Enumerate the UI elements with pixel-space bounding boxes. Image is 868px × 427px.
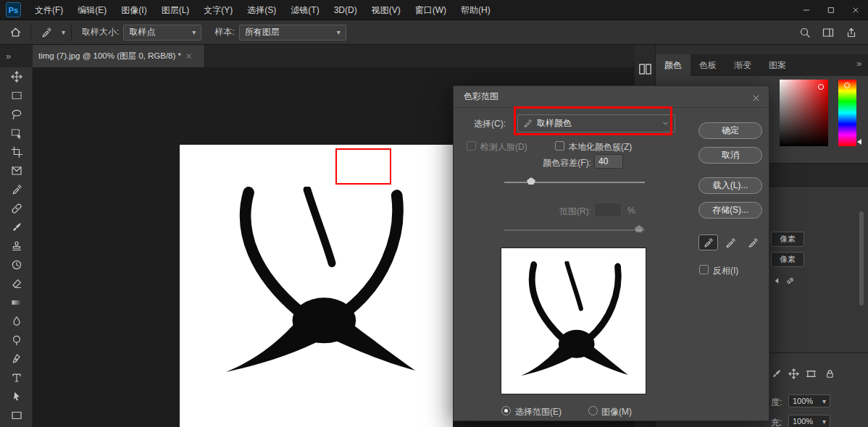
panel-tab-3[interactable]: 渐变 (725, 54, 760, 76)
shape-tool-icon[interactable] (0, 406, 33, 425)
eyedropper-subtract-icon[interactable] (743, 234, 763, 250)
eraser-tool-icon[interactable] (0, 274, 33, 293)
width-unit-field[interactable]: 像素 (771, 232, 804, 247)
tab-close-icon[interactable] (185, 53, 192, 59)
search-icon[interactable] (796, 23, 814, 42)
panel-tab-4[interactable]: 图案 (760, 54, 795, 76)
photoshop-window: Ps 文件(F)编辑(E)图像(I)图层(L)文字(Y)选择(S)滤镜(T)3D… (0, 0, 868, 427)
menu-bar: 文件(F)编辑(E)图像(I)图层(L)文字(Y)选择(S)滤镜(T)3D(D)… (28, 0, 498, 20)
link-icon[interactable] (785, 276, 796, 286)
close-icon[interactable] (843, 0, 868, 20)
menu-item[interactable]: 滤镜(T) (283, 0, 326, 20)
eyedropper-sample-icon[interactable] (698, 234, 718, 250)
lock-position-icon[interactable] (787, 367, 800, 380)
black-tree-shape (225, 187, 417, 376)
marquee-tool-icon[interactable] (0, 86, 33, 105)
menu-item[interactable]: 文字(Y) (196, 0, 240, 20)
hue-slider[interactable] (838, 80, 856, 146)
lock-transparent-icon[interactable] (769, 367, 783, 380)
blur-tool-icon[interactable] (0, 312, 33, 331)
healing-brush-tool-icon[interactable] (0, 199, 33, 218)
active-tool-chevron-icon[interactable]: ▾ (62, 28, 65, 36)
menu-item[interactable]: 图像(I) (114, 0, 154, 20)
menu-item[interactable]: 帮助(H) (454, 0, 498, 20)
opacity-value-field[interactable]: 100% ▾ (788, 394, 830, 407)
document-tab-bar: » timg (7).jpg @ 100% (图层 0, RGB/8) * (0, 45, 635, 67)
invert-checkbox[interactable] (699, 265, 709, 274)
color-range-dialog: 色彩范围 选择(C): 取样颜色 检测人脸(D) 本地化颜色簇(Z) 颜色容差(… (453, 85, 769, 421)
detect-faces-checkbox[interactable] (467, 141, 476, 151)
crop-tool-icon[interactable] (0, 143, 33, 161)
sample-size-select[interactable]: 取样点 ▾ (123, 25, 201, 41)
load-button[interactable]: 载入(L)... (698, 177, 762, 194)
fill-value-field[interactable]: 100% ▾ (788, 415, 830, 427)
move-tool-icon[interactable] (0, 67, 33, 86)
dialog-close-icon[interactable] (748, 90, 763, 105)
divider (71, 25, 72, 41)
detect-faces-label: 检测人脸(D) (480, 141, 527, 153)
sample-select[interactable]: 所有图层 ▾ (239, 25, 346, 41)
dialog-title: 色彩范围 (464, 90, 498, 103)
eyedropper-tool-icon[interactable] (0, 180, 33, 199)
color-field-marker[interactable] (818, 84, 824, 90)
fuzziness-slider-track[interactable] (504, 182, 645, 183)
fuzziness-slider-thumb[interactable] (527, 177, 535, 185)
document-tab[interactable]: timg (7).jpg @ 100% (图层 0, RGB/8) * (33, 45, 205, 67)
hue-marker[interactable] (844, 83, 850, 88)
lasso-tool-icon[interactable] (0, 105, 33, 124)
select-label: 选择(C): (474, 118, 506, 130)
gradient-tool-icon[interactable] (0, 293, 33, 312)
save-button[interactable]: 存储(S)... (698, 202, 762, 219)
menu-item[interactable]: 选择(S) (240, 0, 283, 20)
panel-group-icon[interactable] (638, 62, 652, 76)
fill-label: 充: (771, 417, 782, 427)
maximize-icon[interactable] (819, 0, 843, 20)
panel-tab-2[interactable]: 色板 (690, 54, 725, 76)
panel-tab-1[interactable]: 颜色 (656, 54, 690, 76)
photoshop-logo: Ps (6, 2, 21, 17)
dialog-title-bar[interactable]: 色彩范围 (454, 86, 769, 108)
fuzziness-input[interactable]: 40 (594, 154, 623, 169)
menu-item[interactable]: 文件(F) (28, 0, 70, 20)
localized-clusters-checkbox[interactable] (555, 141, 564, 151)
frame-tool-icon[interactable] (0, 161, 33, 180)
workspace-layout-icon[interactable] (819, 23, 838, 42)
cancel-button[interactable]: 取消 (698, 147, 762, 164)
clone-stamp-tool-icon[interactable] (0, 237, 33, 255)
selection-radio[interactable] (501, 406, 511, 415)
height-unit-field[interactable]: 像素 (771, 252, 804, 267)
chevron-down-icon: ▾ (822, 397, 826, 405)
lock-all-icon[interactable] (823, 367, 836, 380)
type-tool-icon[interactable] (0, 368, 33, 387)
history-brush-tool-icon[interactable] (0, 255, 33, 274)
menu-item[interactable]: 窗口(W) (408, 0, 454, 20)
share-icon[interactable] (842, 23, 861, 42)
menu-item[interactable]: 3D(D) (327, 0, 364, 20)
image-radio[interactable] (588, 406, 598, 415)
eyedropper-add-icon[interactable] (721, 234, 740, 250)
range-slider-thumb (635, 225, 643, 232)
brush-tool-icon[interactable] (0, 218, 33, 237)
dodge-tool-icon[interactable] (0, 331, 33, 350)
path-select-tool-icon[interactable] (0, 387, 33, 406)
toolbar-collapse-icon[interactable]: » (6, 51, 11, 62)
home-icon[interactable] (6, 23, 25, 42)
ok-button[interactable]: 确定 (698, 122, 762, 139)
hue-arrow-icon[interactable] (857, 139, 861, 145)
document-image[interactable] (180, 145, 453, 427)
menu-item[interactable]: 编辑(E) (70, 0, 114, 20)
flip-triangle-icon[interactable] (772, 276, 781, 285)
menu-item[interactable]: 图层(L) (154, 0, 197, 20)
sample-size-value: 取样点 (129, 26, 155, 38)
lock-artboard-icon[interactable] (804, 367, 817, 380)
menu-item[interactable]: 视图(V) (364, 0, 408, 20)
panel-menu-chevron-icon[interactable]: » (856, 58, 861, 69)
sample-value: 所有图层 (245, 26, 280, 38)
object-selection-tool-icon[interactable] (0, 124, 33, 143)
image-radio-label: 图像(M) (601, 406, 632, 418)
pen-tool-icon[interactable] (0, 350, 33, 368)
minimize-icon[interactable] (794, 0, 819, 20)
panel-scrollbar[interactable] (859, 211, 864, 305)
active-tool-eyedropper-icon[interactable] (37, 23, 56, 42)
preview-shape (520, 261, 629, 379)
